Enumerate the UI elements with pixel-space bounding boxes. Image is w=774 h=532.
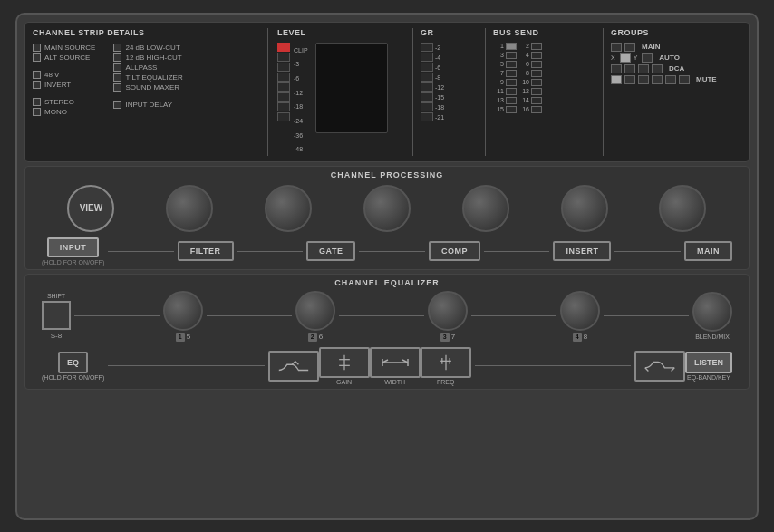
lowshelf-icon — [277, 357, 310, 375]
group-btn-y[interactable] — [642, 53, 653, 63]
group-btn-mt6[interactable] — [679, 75, 690, 84]
eq-knob-1[interactable] — [163, 291, 203, 331]
cp-knob-5[interactable] — [561, 185, 608, 232]
bus-led-11[interactable] — [506, 88, 517, 95]
bus-led-16[interactable] — [531, 106, 542, 113]
bus-led-13[interactable] — [506, 97, 517, 104]
group-btn-m2[interactable] — [624, 43, 635, 52]
group-btn-mt1[interactable] — [611, 75, 622, 84]
gr-lbl-1: -2 — [435, 44, 444, 51]
gr-lbl-5: -12 — [435, 84, 444, 91]
soundmaxer-item[interactable]: SOUND MAXER — [113, 83, 182, 92]
groups-content: MAIN X Y AUTO — [611, 43, 734, 84]
blend-knob[interactable] — [692, 292, 732, 332]
groups-section: GROUPS MAIN X Y AUTO — [604, 28, 741, 156]
seg-m12 — [277, 73, 290, 82]
soundmaxer-check[interactable] — [113, 83, 121, 92]
cp-knob-1[interactable] — [166, 185, 213, 232]
lowcut-check[interactable] — [113, 44, 121, 52]
alt-source[interactable]: ALT SOURCE — [33, 53, 95, 62]
main-button[interactable]: MAIN — [684, 241, 732, 261]
main-source[interactable]: MAIN SOURCE — [33, 44, 95, 52]
inputdelay-label: INPUT DELAY — [125, 101, 172, 109]
seg-m48 — [277, 112, 290, 121]
filter-button[interactable]: FILTER — [178, 241, 234, 261]
eq-knob-1-sub: 5 — [187, 333, 190, 341]
eq-knob-2[interactable] — [295, 291, 335, 331]
group-btn-d3[interactable] — [638, 64, 649, 73]
bus-num-16: 16 — [518, 106, 529, 112]
insert-button[interactable]: INSERT — [553, 241, 611, 261]
inputdelay-item[interactable]: INPUT DELAY — [113, 101, 182, 109]
group-btn-d1[interactable] — [611, 64, 622, 73]
stereo-item[interactable]: STEREO — [33, 98, 95, 106]
bus-led-2[interactable] — [531, 43, 542, 50]
group-row-mute: MUTE — [611, 75, 717, 84]
group-btn-mt5[interactable] — [665, 75, 676, 84]
highcut-check[interactable] — [113, 53, 121, 62]
bus-led-7[interactable] — [506, 70, 517, 77]
channel-equalizer: CHANNEL EQUALIZER SHIFT S-8 1 5 — [24, 274, 750, 390]
group-btn-mt4[interactable] — [652, 75, 663, 84]
mono-item[interactable]: MONO — [33, 108, 95, 116]
bus-led-12[interactable] — [531, 88, 542, 95]
gain-button[interactable] — [319, 347, 370, 378]
group-btn-d2[interactable] — [624, 64, 635, 73]
gr-seg-6 — [421, 92, 433, 102]
eq-line-4 — [471, 315, 556, 316]
bus-led-14[interactable] — [531, 97, 542, 104]
stereo-check[interactable] — [33, 98, 41, 106]
allpass-item[interactable]: ALLPASS — [113, 63, 182, 72]
group-btn-m1[interactable] — [611, 43, 622, 52]
eq-button[interactable]: EQ — [58, 352, 88, 373]
mono-check[interactable] — [33, 108, 41, 116]
lowcut-item[interactable]: 24 dB LOW-CUT — [113, 44, 182, 52]
group-btn-d4[interactable] — [652, 64, 663, 73]
eq-line-2 — [207, 315, 292, 316]
highshelf-button[interactable] — [634, 351, 685, 382]
bus-led-8[interactable] — [531, 70, 542, 77]
lowshelf-button[interactable] — [268, 351, 319, 382]
48v-item[interactable]: 48 V — [33, 71, 95, 79]
lbl-m3: -3 — [294, 61, 308, 67]
bus-led-6[interactable] — [531, 61, 542, 68]
bus-led-1[interactable] — [506, 43, 517, 50]
tilt-item[interactable]: TILT EQUALIZER — [113, 73, 182, 82]
alt-source-check[interactable] — [33, 53, 41, 62]
eq-knob-3[interactable] — [428, 291, 468, 331]
inputdelay-check[interactable] — [113, 101, 121, 109]
bus-led-4[interactable] — [531, 52, 542, 59]
listen-button[interactable]: LISTEN — [685, 352, 732, 373]
bus-led-15[interactable] — [506, 106, 517, 113]
cp-knob-2[interactable] — [265, 185, 312, 232]
cp-knob-4[interactable] — [462, 185, 509, 232]
cp-line-2 — [237, 251, 304, 252]
listen-sub-label: EQ-BAND/KEY — [687, 374, 730, 381]
bus-led-9[interactable] — [506, 79, 517, 86]
bus-led-3[interactable] — [506, 52, 517, 59]
cp-knob-6[interactable] — [659, 185, 706, 232]
bus-led-5[interactable] — [506, 61, 517, 68]
group-btn-x[interactable] — [620, 53, 631, 63]
comp-button[interactable]: COMP — [429, 241, 480, 261]
eq-knob-4[interactable] — [560, 291, 600, 331]
invert-check[interactable] — [33, 81, 41, 89]
invert-item[interactable]: INVERT — [33, 81, 95, 89]
group-btn-mt3[interactable] — [638, 75, 649, 84]
width-button[interactable] — [370, 347, 421, 378]
cp-knob-3[interactable] — [363, 185, 411, 232]
main-source-check[interactable] — [33, 44, 41, 52]
gate-button[interactable]: GATE — [306, 241, 355, 261]
shift-button[interactable] — [42, 301, 71, 330]
input-button[interactable]: INPUT — [47, 237, 100, 257]
bus-num-15: 15 — [493, 106, 504, 112]
group-btn-mt2[interactable] — [624, 75, 635, 84]
48v-check[interactable] — [33, 71, 41, 79]
freq-button[interactable] — [421, 347, 471, 378]
seg-m6 — [277, 63, 290, 72]
tilt-check[interactable] — [113, 73, 121, 82]
bus-led-10[interactable] — [531, 79, 542, 86]
highcut-item[interactable]: 12 dB HIGH-CUT — [113, 53, 182, 62]
view-button[interactable]: VIEW — [67, 185, 114, 232]
allpass-check[interactable] — [113, 63, 121, 72]
